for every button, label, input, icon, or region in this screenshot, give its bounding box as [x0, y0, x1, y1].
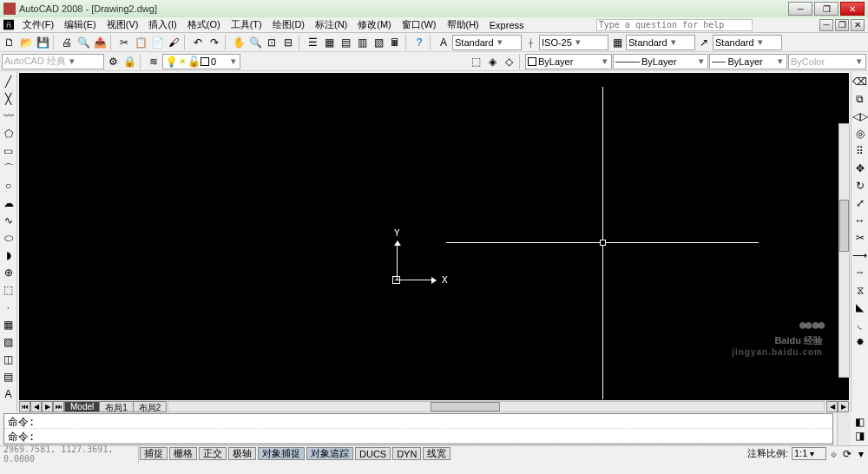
tab-next-button[interactable]: ▶: [42, 401, 53, 412]
status-tray-button[interactable]: ▾: [854, 447, 868, 461]
drawing-canvas[interactable]: X Y ●● ●● Baidu 经验 jingyan.baidu.com: [19, 73, 849, 400]
menu-insert[interactable]: 插入(I): [143, 18, 181, 31]
spline-tool[interactable]: ∿: [2, 214, 16, 227]
snap-toggle[interactable]: 捕捉: [140, 447, 168, 460]
move-tool[interactable]: ✥: [853, 161, 867, 175]
tab-layout2[interactable]: 布局2: [133, 401, 168, 412]
mtext-tool[interactable]: A: [2, 387, 16, 401]
menu-dimension[interactable]: 标注(N): [310, 18, 352, 31]
v-scroll-thumb[interactable]: [839, 200, 849, 252]
menu-edit[interactable]: 编辑(E): [59, 18, 102, 31]
markup-button[interactable]: ▧: [371, 35, 386, 50]
h-scroll-right[interactable]: ▶: [838, 401, 849, 412]
dim-style-icon-button[interactable]: ⟊: [523, 35, 538, 50]
tab-last-button[interactable]: ⏭: [53, 401, 64, 412]
mirror-tool[interactable]: ◁▷: [853, 109, 867, 123]
text-style-icon-button[interactable]: A: [436, 35, 451, 50]
scale-tool[interactable]: ⤢: [853, 196, 867, 210]
menu-help[interactable]: 帮助(H): [442, 18, 484, 31]
command-window[interactable]: 命令: 命令:: [3, 413, 833, 444]
workspace-settings-button[interactable]: ⚙: [105, 54, 121, 69]
ellipse-tool[interactable]: ⬭: [2, 231, 16, 245]
lwt-toggle[interactable]: 线宽: [423, 447, 450, 460]
trim-tool[interactable]: ✂: [853, 231, 867, 245]
chamfer-tool[interactable]: ◣: [853, 300, 867, 314]
menu-tools[interactable]: 工具(T): [226, 18, 267, 31]
help-search-input[interactable]: [596, 19, 753, 31]
cmd-tool-1[interactable]: ◧: [852, 415, 866, 429]
doc-close-button[interactable]: ✕: [851, 19, 865, 31]
ssm-button[interactable]: ▥: [354, 35, 370, 50]
properties-button[interactable]: ☰: [305, 35, 320, 50]
stretch-tool[interactable]: ↔: [853, 214, 867, 227]
cmd-tool-2[interactable]: ◨: [852, 429, 866, 443]
otrack-toggle[interactable]: 对象追踪: [306, 447, 353, 460]
copy-tool[interactable]: ⧉: [853, 92, 867, 106]
ellipse-arc-tool[interactable]: ◗: [2, 248, 16, 262]
anno-auto-button[interactable]: ⟳: [840, 447, 854, 461]
calc-button[interactable]: 🖩: [387, 35, 403, 50]
hatch-tool[interactable]: ▦: [2, 318, 16, 332]
redo-button[interactable]: ↷: [207, 35, 222, 50]
preview-button[interactable]: 🔍: [76, 35, 91, 50]
color-combo[interactable]: ByLayer▾: [525, 54, 612, 69]
mleader-style-combo[interactable]: Standard▾: [713, 35, 782, 50]
circle-tool[interactable]: ○: [2, 179, 16, 193]
v-scrollbar[interactable]: [838, 123, 850, 378]
xline-tool[interactable]: ╳: [2, 92, 16, 106]
insert-tool[interactable]: ⊕: [2, 266, 16, 280]
anno-vis-button[interactable]: ⟐: [826, 447, 840, 461]
break-tool[interactable]: ╌: [853, 266, 867, 280]
paste-button[interactable]: 📄: [149, 35, 165, 50]
help-button[interactable]: ?: [411, 35, 427, 50]
zoom-rt-button[interactable]: 🔍: [247, 35, 263, 50]
dim-style-combo[interactable]: ISO-25▾: [539, 35, 608, 50]
grid-toggle[interactable]: 栅格: [169, 447, 197, 460]
cut-button[interactable]: ✂: [116, 35, 132, 50]
save-button[interactable]: 💾: [35, 35, 50, 50]
polar-toggle[interactable]: 极轴: [228, 447, 256, 460]
revcloud-tool[interactable]: ☁: [2, 196, 16, 210]
mleader-style-icon-button[interactable]: ↗: [696, 35, 712, 50]
layer-off-button[interactable]: ◇: [501, 54, 516, 69]
line-tool[interactable]: ╱: [2, 75, 16, 89]
command-prompt[interactable]: 命令:: [4, 429, 832, 444]
osnap-toggle[interactable]: 对象捕捉: [258, 447, 305, 460]
tp-button[interactable]: ▤: [338, 35, 353, 50]
table-style-icon-button[interactable]: ▦: [609, 35, 625, 50]
region-tool[interactable]: ◫: [2, 352, 16, 366]
command-scrollbar[interactable]: [837, 412, 851, 445]
menu-window[interactable]: 窗口(W): [397, 18, 442, 31]
point-tool[interactable]: ·: [2, 300, 16, 314]
tab-prev-button[interactable]: ◀: [30, 401, 42, 412]
table-style-combo[interactable]: Standard▾: [626, 35, 695, 50]
match-button[interactable]: 🖌: [166, 35, 181, 50]
lineweight-combo[interactable]: ── ByLayer▾: [709, 54, 787, 69]
menu-file[interactable]: 文件(F): [17, 18, 59, 31]
undo-button[interactable]: ↶: [190, 35, 206, 50]
layer-props-button[interactable]: ≋: [146, 54, 161, 69]
polygon-tool[interactable]: ⬠: [2, 127, 16, 141]
table-tool[interactable]: ▤: [2, 370, 16, 384]
zoom-win-button[interactable]: ⊡: [264, 35, 279, 50]
pan-button[interactable]: ✋: [231, 35, 247, 50]
menu-view[interactable]: 视图(V): [102, 18, 144, 31]
doc-minimize-button[interactable]: ─: [819, 19, 833, 31]
menu-express[interactable]: Express: [484, 20, 529, 30]
pline-tool[interactable]: 〰: [2, 109, 16, 123]
layer-iso-button[interactable]: ◈: [484, 54, 500, 69]
h-scrollbar[interactable]: [168, 401, 825, 412]
rectangle-tool[interactable]: ▭: [2, 144, 16, 158]
plotstyle-combo[interactable]: ByColor▾: [788, 54, 866, 69]
plot-button[interactable]: 🖨: [59, 35, 75, 50]
maximize-button[interactable]: ❐: [814, 2, 838, 16]
arc-tool[interactable]: ⌒: [2, 161, 16, 175]
dyn-toggle[interactable]: DYN: [392, 447, 421, 460]
layer-prev-button[interactable]: ⬚: [468, 54, 483, 69]
ducs-toggle[interactable]: DUCS: [355, 447, 391, 460]
publish-button[interactable]: 📤: [92, 35, 108, 50]
extend-tool[interactable]: ⟶: [853, 248, 867, 262]
minimize-button[interactable]: ─: [788, 2, 812, 16]
dc-button[interactable]: ▦: [321, 35, 337, 50]
copy-button[interactable]: 📋: [133, 35, 148, 50]
